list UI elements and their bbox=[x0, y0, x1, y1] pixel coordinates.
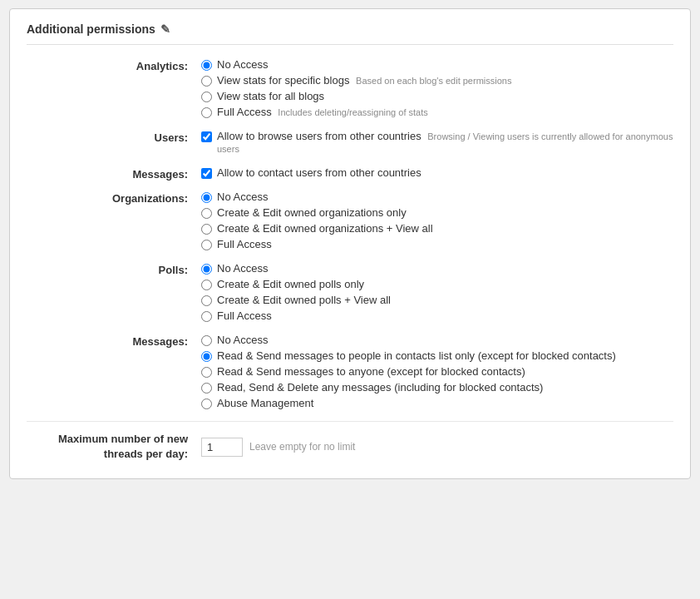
msg-option-no-access: No Access bbox=[201, 334, 673, 346]
organizations-row: Organizations: No Access Create & Edit o… bbox=[27, 191, 673, 254]
polls-option-create-owned: Create & Edit owned polls only bbox=[201, 278, 673, 290]
organizations-label: Organizations: bbox=[27, 191, 201, 205]
polls-label: Polls: bbox=[27, 262, 201, 276]
polls-full-label[interactable]: Full Access bbox=[217, 309, 272, 322]
users-options: Allow to browse users from other countri… bbox=[201, 130, 673, 158]
org-create-owned-label[interactable]: Create & Edit owned organizations only bbox=[217, 206, 407, 219]
users-option-browse: Allow to browse users from other countri… bbox=[201, 130, 673, 155]
messages-bottom-row: Messages: No Access Read & Send messages… bbox=[27, 334, 673, 413]
analytics-radio-full[interactable] bbox=[201, 107, 212, 118]
polls-row: Polls: No Access Create & Edit owned pol… bbox=[27, 262, 673, 325]
users-label: Users: bbox=[27, 130, 201, 144]
messages-bottom-label: Messages: bbox=[27, 334, 201, 348]
analytics-option-view-all: View stats for all blogs bbox=[201, 90, 673, 102]
polls-no-access-label[interactable]: No Access bbox=[217, 262, 268, 275]
analytics-view-all-label[interactable]: View stats for all blogs bbox=[217, 90, 324, 102]
org-radio-no-access[interactable] bbox=[201, 192, 212, 203]
users-row: Users: Allow to browse users from other … bbox=[27, 130, 673, 158]
msg-radio-anyone[interactable] bbox=[201, 367, 212, 378]
messages-top-option-contact: Allow to contact users from other countr… bbox=[201, 166, 673, 179]
polls-radio-no-access[interactable] bbox=[201, 264, 212, 275]
users-browse-sub: Browsing / Viewing users is currently al… bbox=[217, 131, 673, 154]
messages-top-options: Allow to contact users from other countr… bbox=[201, 166, 673, 182]
analytics-no-access-label[interactable]: No Access bbox=[217, 58, 268, 71]
users-browse-label[interactable]: Allow to browse users from other countri… bbox=[217, 130, 673, 155]
additional-permissions-panel: Additional permissions ✎ Analytics: No A… bbox=[9, 8, 691, 479]
msg-option-contacts-only: Read & Send messages to people in contac… bbox=[201, 349, 673, 362]
org-full-label[interactable]: Full Access bbox=[217, 238, 272, 250]
msg-option-anyone: Read & Send messages to anyone (except f… bbox=[201, 365, 673, 378]
polls-create-owned-label[interactable]: Create & Edit owned polls only bbox=[217, 278, 364, 290]
max-threads-hint: Leave empty for no limit bbox=[249, 441, 355, 453]
analytics-radio-no-access[interactable] bbox=[201, 60, 212, 71]
users-checkbox-browse[interactable] bbox=[201, 131, 212, 142]
analytics-option-view-specific: View stats for specific blogs Based on e… bbox=[201, 74, 673, 87]
msg-radio-no-access[interactable] bbox=[201, 335, 212, 346]
org-option-create-owned: Create & Edit owned organizations only bbox=[201, 206, 673, 219]
polls-option-full: Full Access bbox=[201, 309, 673, 322]
msg-abuse-label[interactable]: Abuse Management bbox=[217, 397, 313, 409]
org-create-view-label[interactable]: Create & Edit owned organizations + View… bbox=[217, 222, 433, 235]
edit-icon[interactable]: ✎ bbox=[160, 22, 170, 36]
polls-options: No Access Create & Edit owned polls only… bbox=[201, 262, 673, 325]
max-threads-input[interactable] bbox=[201, 438, 243, 457]
analytics-row: Analytics: No Access View stats for spec… bbox=[27, 58, 673, 121]
polls-option-no-access: No Access bbox=[201, 262, 673, 275]
analytics-options: No Access View stats for specific blogs … bbox=[201, 58, 673, 121]
msg-option-delete: Read, Send & Delete any messages (includ… bbox=[201, 381, 673, 394]
polls-create-view-label[interactable]: Create & Edit owned polls + View all bbox=[217, 294, 391, 306]
analytics-option-full: Full Access Includes deleting/reassignin… bbox=[201, 106, 673, 118]
divider bbox=[27, 421, 673, 422]
analytics-full-label[interactable]: Full Access Includes deleting/reassignin… bbox=[217, 106, 428, 118]
panel-title: Additional permissions ✎ bbox=[27, 22, 673, 45]
msg-radio-abuse[interactable] bbox=[201, 399, 212, 409]
org-option-no-access: No Access bbox=[201, 191, 673, 203]
messages-top-row: Messages: Allow to contact users from ot… bbox=[27, 166, 673, 182]
max-threads-label-line2: threads per day: bbox=[104, 448, 188, 460]
msg-radio-delete[interactable] bbox=[201, 383, 212, 394]
msg-contacts-only-label[interactable]: Read & Send messages to people in contac… bbox=[217, 349, 616, 362]
org-option-create-view: Create & Edit owned organizations + View… bbox=[201, 222, 673, 235]
max-threads-label: Maximum number of new threads per day: bbox=[27, 432, 201, 462]
analytics-view-specific-label[interactable]: View stats for specific blogs Based on e… bbox=[217, 74, 511, 87]
messages-top-label: Messages: bbox=[27, 166, 201, 181]
messages-bottom-options: No Access Read & Send messages to people… bbox=[201, 334, 673, 413]
analytics-radio-view-specific[interactable] bbox=[201, 76, 212, 87]
polls-radio-create-owned[interactable] bbox=[201, 280, 212, 290]
org-radio-create-view[interactable] bbox=[201, 224, 212, 235]
org-option-full: Full Access bbox=[201, 238, 673, 250]
org-no-access-label[interactable]: No Access bbox=[217, 191, 268, 203]
analytics-option-no-access: No Access bbox=[201, 58, 673, 71]
messages-top-checkbox[interactable] bbox=[201, 168, 212, 179]
max-threads-row: Maximum number of new threads per day: L… bbox=[27, 432, 673, 462]
msg-option-abuse: Abuse Management bbox=[201, 397, 673, 409]
analytics-label: Analytics: bbox=[27, 58, 201, 72]
msg-delete-label[interactable]: Read, Send & Delete any messages (includ… bbox=[217, 381, 543, 394]
max-threads-input-group: Leave empty for no limit bbox=[201, 438, 355, 457]
org-radio-create-owned[interactable] bbox=[201, 208, 212, 219]
panel-title-text: Additional permissions bbox=[27, 22, 155, 36]
messages-top-contact-label[interactable]: Allow to contact users from other countr… bbox=[217, 166, 421, 179]
analytics-full-sub: Includes deleting/reassigning of stats bbox=[278, 107, 427, 117]
msg-no-access-label[interactable]: No Access bbox=[217, 334, 268, 346]
analytics-view-specific-sub: Based on each blog's edit permissions bbox=[356, 76, 511, 86]
polls-radio-full[interactable] bbox=[201, 311, 212, 322]
analytics-radio-view-all[interactable] bbox=[201, 92, 212, 102]
msg-radio-contacts-only[interactable] bbox=[201, 351, 212, 362]
max-threads-label-line1: Maximum number of new bbox=[58, 433, 188, 445]
org-radio-full[interactable] bbox=[201, 240, 212, 250]
polls-option-create-view: Create & Edit owned polls + View all bbox=[201, 294, 673, 306]
msg-anyone-label[interactable]: Read & Send messages to anyone (except f… bbox=[217, 365, 525, 378]
organizations-options: No Access Create & Edit owned organizati… bbox=[201, 191, 673, 254]
polls-radio-create-view[interactable] bbox=[201, 295, 212, 306]
